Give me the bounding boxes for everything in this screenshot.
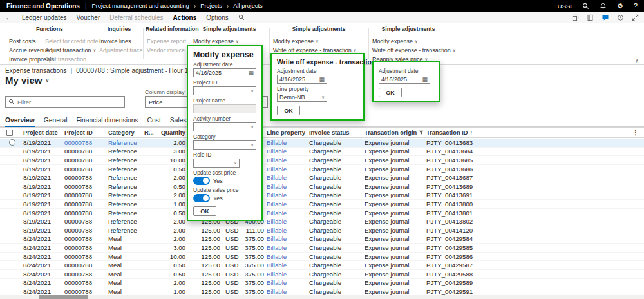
attachments-icon[interactable] <box>587 14 594 21</box>
cell-project-id[interactable]: 00000788 <box>64 139 108 146</box>
column-header-resource[interactable]: R... <box>144 129 161 136</box>
table-row[interactable]: 8/24/202100000788Meal10.00125.00USD375.0… <box>0 253 644 262</box>
adjustment-date-input[interactable]: 4/16/2025 ▦ <box>277 75 327 84</box>
column-header-quantity[interactable]: Quantity <box>161 129 189 136</box>
adjustment-date-input[interactable]: 4/16/2025 ▦ <box>379 75 430 84</box>
table-row[interactable]: 8/24/202100000788Meal2.00125.00USD375.00… <box>0 235 644 244</box>
table-row[interactable]: 8/24/202100000788Meal3.00125.00USD375.00… <box>0 244 644 253</box>
tab-actions[interactable]: Actions <box>173 14 197 21</box>
update-cost-price-toggle[interactable] <box>193 177 210 185</box>
modify-expense-menu[interactable]: Modify expense∨ <box>193 37 239 46</box>
tab-sales[interactable]: Sales <box>170 117 187 127</box>
open-in-office-icon[interactable] <box>572 14 579 21</box>
table-row[interactable]: 8/19/202100000788Reference2.00125.00USD4… <box>0 217 644 226</box>
view-selector[interactable]: My view ∨ <box>5 75 49 86</box>
ok-button[interactable]: OK <box>379 88 402 97</box>
column-header-line-property[interactable]: Line property <box>264 129 309 136</box>
column-header-project-id[interactable]: Project ID <box>64 129 108 136</box>
column-header-transaction-origin[interactable]: Transaction origin <box>365 129 426 136</box>
table-row[interactable]: 8/19/202100000788Reference2.00BillableCh… <box>0 173 644 182</box>
history-icon[interactable] <box>617 14 624 21</box>
column-header-project-date[interactable]: Project date <box>23 129 64 136</box>
row-selector-radio[interactable] <box>9 139 15 146</box>
cell-line-property[interactable]: Billable <box>264 139 309 146</box>
tab-financial-dimensions[interactable]: Financial dimensions <box>76 117 138 127</box>
table-row[interactable]: 8/24/202100000788Meal0.50125.00USD375.00… <box>0 270 644 279</box>
table-row[interactable]: 8/19/202100000788Reference0.50BillableCh… <box>0 165 644 174</box>
scrollbar-thumb[interactable] <box>39 295 88 299</box>
tab-overview[interactable]: Overview <box>5 117 35 127</box>
calendar-icon[interactable]: ▦ <box>422 76 428 82</box>
collapse-ribbon-icon[interactable]: ∧ <box>635 58 639 64</box>
action-search-icon[interactable] <box>238 14 245 21</box>
table-row[interactable]: 8/24/202100000788Meal2.00125.00USD375.00… <box>0 279 644 288</box>
cell-line-property[interactable]: Billable <box>264 253 309 260</box>
more-icon[interactable]: ⋮ <box>632 129 644 136</box>
update-sales-price-toggle[interactable] <box>193 194 210 202</box>
line-property-lookup[interactable]: Demo-NB ∨ <box>277 93 327 102</box>
cell-line-property[interactable]: Billable <box>264 227 309 234</box>
horizontal-scrollbar[interactable] <box>0 295 644 299</box>
tab-general[interactable]: General <box>44 117 68 127</box>
column-header-transaction-id[interactable]: Transaction ID ↑ <box>426 129 498 136</box>
help-icon[interactable]: ? <box>634 3 638 10</box>
table-row[interactable]: 8/19/202100000788Reference2.00125.00USD1… <box>0 226 644 235</box>
category-lookup[interactable]: ∨ <box>193 140 256 150</box>
calendar-icon[interactable]: ▦ <box>319 76 325 82</box>
modify-expense-menu[interactable]: Modify expense∨ <box>273 37 357 46</box>
back-icon[interactable]: ← <box>5 14 12 21</box>
table-row[interactable]: 8/19/202100000788Reference0.50BillableCh… <box>0 209 644 218</box>
breadcrumb-page[interactable]: All projects <box>233 3 262 9</box>
table-row[interactable]: 8/19/202100000788Reference1.00BillableCh… <box>0 200 644 209</box>
cell-line-property[interactable]: Billable <box>264 174 309 181</box>
cell-line-property[interactable]: Billable <box>264 288 309 295</box>
cell-line-property[interactable]: Billable <box>264 183 309 190</box>
quick-filter[interactable] <box>5 96 125 108</box>
filter-input[interactable] <box>17 99 122 106</box>
cell-line-property[interactable]: Billable <box>264 200 309 207</box>
cell-line-property[interactable]: Billable <box>264 209 309 217</box>
select-all-checkbox[interactable] <box>6 130 13 136</box>
cell-line-property[interactable]: Billable <box>264 166 309 173</box>
table-row[interactable]: 8/19/202100000788Reference3.00BillableCh… <box>0 148 644 157</box>
cell-line-property[interactable]: Billable <box>264 262 309 269</box>
search-icon[interactable] <box>582 3 589 10</box>
bell-icon[interactable] <box>600 3 607 10</box>
table-row[interactable]: 8/19/202100000788Reference10.00BillableC… <box>0 156 644 165</box>
invoice-lines-button[interactable]: Invoice lines <box>99 37 143 46</box>
table-row[interactable]: 8/24/202100000788Meal0.50125.00USD375.00… <box>0 261 644 270</box>
calendar-icon[interactable]: ▦ <box>248 70 254 76</box>
company-picker[interactable]: USSI <box>558 3 572 10</box>
cell-line-property[interactable]: Billable <box>264 279 309 286</box>
cell-line-property[interactable]: Billable <box>264 218 309 225</box>
project-id-lookup[interactable]: ∨ <box>193 86 256 95</box>
cell-line-property[interactable]: Billable <box>264 244 309 251</box>
activity-number-lookup[interactable]: ∨ <box>193 122 256 131</box>
gear-icon[interactable]: ⚙ <box>617 3 623 10</box>
table-row[interactable]: 8/19/202100000788Reference0.50BillableCh… <box>0 182 644 191</box>
expand-icon[interactable] <box>632 14 639 21</box>
column-header-invoice-status[interactable]: Invoice status <box>309 129 365 136</box>
adjust-transaction-button[interactable]: Adjust transaction∨ <box>45 46 99 55</box>
tab-ledger-updates[interactable]: Ledger updates <box>22 14 67 21</box>
role-id-lookup[interactable]: ∨ <box>193 159 240 168</box>
breadcrumb-area[interactable]: Projects <box>200 3 222 9</box>
tab-cost[interactable]: Cost <box>147 117 161 127</box>
write-off-expense-menu[interactable]: Write off expense - transaction∨ <box>372 46 456 55</box>
modify-expense-menu[interactable]: Modify expense∨ <box>372 37 456 46</box>
ok-button[interactable]: OK <box>193 206 216 216</box>
cell-line-property[interactable]: Billable <box>264 157 309 164</box>
cell-line-property[interactable]: Billable <box>264 191 309 198</box>
chat-icon[interactable] <box>601 14 609 21</box>
column-header-category[interactable]: Category <box>108 129 144 136</box>
tab-options[interactable]: Options <box>206 14 228 21</box>
cell-category[interactable]: Reference <box>108 139 144 146</box>
breadcrumb-module[interactable]: Project management and accounting <box>92 3 189 9</box>
table-row[interactable]: 8/19/202100000788Reference2.00BillableCh… <box>0 191 644 200</box>
tab-voucher[interactable]: Voucher <box>77 14 100 21</box>
cell-line-property[interactable]: Billable <box>264 148 309 155</box>
cell-line-property[interactable]: Billable <box>264 235 309 242</box>
table-row[interactable]: 8/19/202100000788Reference2.00BillableCh… <box>0 139 644 148</box>
cell-line-property[interactable]: Billable <box>264 271 309 278</box>
adjustment-date-input[interactable]: 4/16/2025 ▦ <box>193 68 256 77</box>
